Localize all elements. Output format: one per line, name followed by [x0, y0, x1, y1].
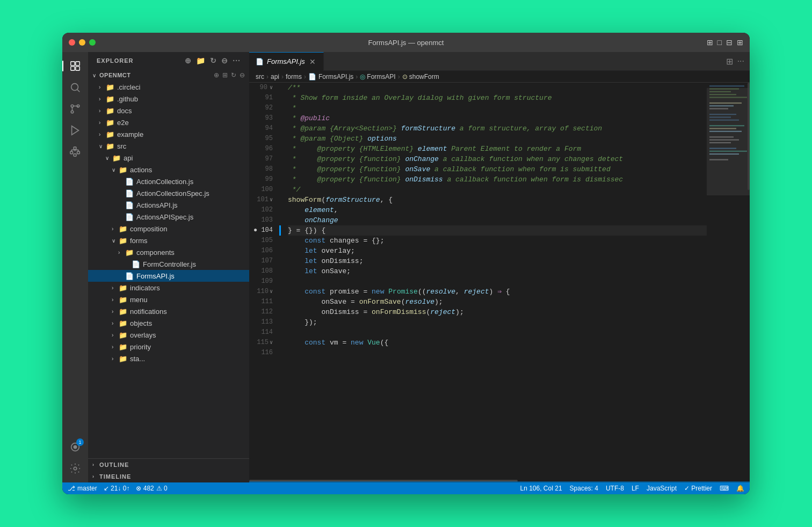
tree-label: api: [124, 154, 133, 162]
status-spaces[interactable]: Spaces: 4: [570, 485, 598, 492]
split-editor-icon[interactable]: ⊞: [726, 56, 733, 67]
more-actions-icon[interactable]: ···: [233, 56, 241, 65]
breadcrumb-file[interactable]: 📄FormsAPI.js: [308, 73, 353, 80]
line-num-113: 113: [249, 317, 273, 327]
sidebar-item-indicators[interactable]: › 📁 indicators: [88, 282, 249, 294]
layout-icon-3[interactable]: ⊟: [726, 38, 733, 47]
code-line-97: * @property {function} onChange a callba…: [288, 154, 707, 164]
sidebar-item-forms-api[interactable]: 📄 FormsAPI.js: [88, 270, 249, 282]
tree-label: menu: [130, 296, 148, 304]
sidebar-item-form-controller[interactable]: 📄 FormController.js: [88, 258, 249, 270]
minimap-viewport: [707, 88, 750, 195]
sidebar-item-github[interactable]: › 📁 .github: [88, 93, 249, 105]
activity-settings[interactable]: [66, 459, 85, 478]
new-file-icon[interactable]: ⊕: [185, 56, 192, 65]
line-num-91: 91: [249, 93, 273, 103]
breadcrumb-method[interactable]: ⊙showForm: [402, 73, 439, 80]
outline-header[interactable]: › OUTLINE: [88, 459, 249, 471]
refresh-icon[interactable]: ↻: [231, 71, 236, 79]
sidebar-item-circleci[interactable]: › 📁 .circleci: [88, 81, 249, 93]
status-line-ending[interactable]: LF: [632, 485, 639, 492]
new-folder-icon[interactable]: ⊞: [222, 71, 228, 79]
sidebar-item-e2e[interactable]: › 📁 e2e: [88, 116, 249, 128]
layout-icon-1[interactable]: ⊞: [707, 38, 713, 47]
layout-icon-2[interactable]: □: [717, 38, 722, 47]
more-actions-icon[interactable]: ···: [737, 56, 744, 66]
svg-point-20: [74, 445, 77, 449]
activity-explorer[interactable]: [66, 56, 85, 76]
sidebar: EXPLORER ⊕ 📁 ↻ ⊖ ··· ∨ OPENMCT ⊕ ⊞: [88, 52, 249, 482]
sidebar-item-menu[interactable]: › 📁 menu: [88, 294, 249, 305]
branch-name: master: [77, 485, 97, 492]
sidebar-item-priority[interactable]: › 📁 priority: [88, 341, 249, 353]
line-num-115: 115 ∨: [249, 338, 273, 348]
breadcrumb-api[interactable]: api: [271, 73, 279, 80]
sidebar-item-actions[interactable]: ∨ 📁 actions: [88, 164, 249, 175]
activity-remote[interactable]: 1: [66, 437, 85, 457]
sidebar-item-forms[interactable]: ∨ 📁 forms: [88, 235, 249, 246]
sidebar-item-notifications[interactable]: › 📁 notifications: [88, 305, 249, 317]
sidebar-item-docs[interactable]: › 📁 docs: [88, 105, 249, 116]
code-line-94: * @param {Array<Section>} formStructure …: [288, 123, 707, 134]
tree-label: .github: [117, 95, 138, 103]
status-bell[interactable]: 🔔: [736, 485, 744, 492]
status-formatter[interactable]: ✓ Prettier: [684, 485, 712, 492]
status-encoding[interactable]: UTF-8: [606, 485, 624, 492]
maximize-button[interactable]: [89, 39, 96, 46]
status-line-col[interactable]: Ln 106, Col 21: [520, 485, 562, 492]
sidebar-item-components[interactable]: › 📁 components: [88, 246, 249, 258]
sidebar-item-action-collection[interactable]: 📄 ActionCollection.js: [88, 175, 249, 187]
status-language[interactable]: JavaScript: [647, 485, 677, 492]
breadcrumb-forms[interactable]: forms: [286, 73, 302, 80]
sidebar-item-objects[interactable]: › 📁 objects: [88, 317, 249, 329]
token: * @property {function} onChange a callba…: [288, 154, 623, 164]
sidebar-item-example[interactable]: › 📁 example: [88, 128, 249, 140]
svg-marker-9: [72, 126, 79, 135]
tree-label: FormsAPI.js: [136, 272, 175, 280]
sidebar-item-action-collection-spec[interactable]: 📄 ActionCollectionSpec.js: [88, 187, 249, 199]
status-remote[interactable]: ⌨: [720, 485, 729, 492]
sidebar-header: EXPLORER ⊕ 📁 ↻ ⊖ ···: [88, 52, 249, 69]
code-line-96: * @property {HTMLElement} element Parent…: [288, 144, 707, 154]
timeline-header[interactable]: › TIMELINE: [88, 471, 249, 482]
sidebar-item-composition[interactable]: › 📁 composition: [88, 223, 249, 235]
code-line-115: const vm = new Vue({: [288, 338, 707, 348]
code-content[interactable]: /** * Show form inside an Overlay dialog…: [279, 83, 707, 479]
remote-badge: 1: [76, 438, 84, 446]
collapse-icon[interactable]: ⊖: [240, 71, 245, 79]
activity-run[interactable]: [66, 121, 85, 140]
breadcrumb-src[interactable]: src: [256, 73, 264, 80]
horizontal-scrollbar[interactable]: [249, 479, 750, 482]
activity-search[interactable]: [66, 78, 85, 97]
svg-rect-1: [76, 62, 79, 65]
status-branch[interactable]: ⎇ master: [68, 485, 97, 492]
status-sync[interactable]: ↙ 21↓ 0↑: [104, 485, 130, 492]
tab-formsapi[interactable]: 📄 FormsAPI.js ✕: [249, 52, 324, 71]
sidebar-item-overlays[interactable]: › 📁 overlays: [88, 329, 249, 341]
code-line-90: /**: [288, 83, 707, 93]
new-folder-icon[interactable]: 📁: [196, 56, 206, 65]
sidebar-item-actions-api-spec[interactable]: 📄 ActionsAPISpec.js: [88, 211, 249, 223]
refresh-icon[interactable]: ↻: [210, 56, 217, 65]
tree-root-openmct[interactable]: ∨ OPENMCT ⊕ ⊞ ↻ ⊖: [88, 69, 249, 81]
activity-bar-bottom: 1: [66, 437, 85, 478]
sidebar-item-status[interactable]: › 📁 sta...: [88, 353, 249, 364]
layout-icon-4[interactable]: ⊞: [737, 38, 743, 47]
activity-source-control[interactable]: [66, 99, 85, 119]
new-file-icon[interactable]: ⊕: [214, 71, 219, 79]
svg-point-4: [71, 84, 78, 91]
sidebar-item-src[interactable]: ∨ 📁 src: [88, 140, 249, 152]
minimize-button[interactable]: [79, 39, 85, 46]
sidebar-item-api[interactable]: ∨ 📁 api: [88, 152, 249, 164]
close-button[interactable]: [69, 39, 75, 46]
sidebar-item-actions-api[interactable]: 📄 ActionsAPI.js: [88, 199, 249, 211]
breadcrumb-class[interactable]: ◎FormsAPI: [360, 73, 395, 80]
line-num-114: 114: [249, 327, 273, 338]
collapse-icon[interactable]: ⊖: [221, 56, 228, 65]
status-errors[interactable]: ⊗ 482 ⚠ 0: [136, 485, 167, 492]
tab-close-icon[interactable]: ✕: [308, 57, 317, 66]
code-line-101: showForm(formStructure, {: [288, 195, 707, 205]
line-num-97: 97: [249, 154, 273, 164]
activity-extensions[interactable]: [66, 142, 85, 162]
minimap-scrollbar[interactable]: [748, 83, 750, 190]
